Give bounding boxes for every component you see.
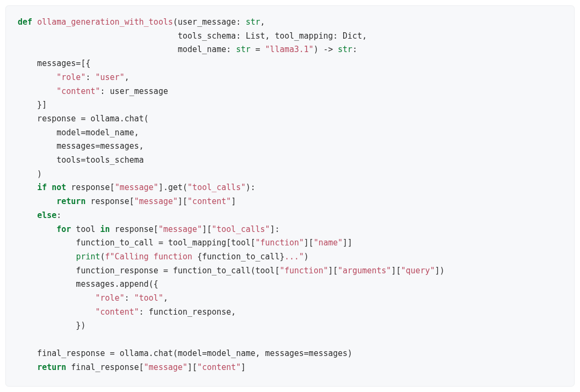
code-token: else	[37, 210, 56, 220]
code-token: ].get(	[158, 183, 187, 192]
code-token: print	[76, 252, 100, 262]
code-token: response[	[110, 224, 158, 234]
code-token: "role"	[96, 293, 125, 303]
code-token: ollama_generation_with_tools	[37, 17, 173, 27]
code-token: response = ollama.chat(	[18, 114, 149, 124]
code-token: "content"	[187, 197, 231, 206]
code-token: ]	[241, 362, 245, 372]
code-token: f"Calling function	[105, 252, 198, 262]
code-token: ,	[163, 293, 168, 303]
code-token: )	[18, 169, 42, 179]
code-content: def ollama_generation_with_tools(user_me…	[18, 17, 445, 372]
code-token	[18, 72, 56, 82]
code-token: ..."	[285, 252, 304, 262]
code-token: =	[250, 45, 265, 54]
code-token: ]	[231, 197, 236, 206]
code-token: {function_to_call}	[197, 252, 285, 262]
code-token: ]]	[343, 238, 352, 248]
code-token	[18, 307, 96, 317]
code-token: "function"	[280, 266, 328, 275]
code-token: tools_schema: List, tool_mapping: Dict,	[18, 31, 367, 41]
code-token: if not	[37, 183, 66, 192]
code-token: (user_message:	[173, 17, 245, 27]
code-token: return	[56, 197, 85, 206]
code-token: "message"	[158, 224, 202, 234]
code-token	[18, 252, 76, 262]
code-token: final_response = ollama.chat(model=model…	[18, 349, 352, 358]
code-token: : function_response,	[139, 307, 236, 317]
code-token: "message"	[144, 362, 187, 372]
code-token	[18, 183, 37, 192]
code-token: response[	[85, 197, 134, 206]
code-token: ,	[125, 72, 129, 82]
code-token: "name"	[314, 238, 343, 248]
code-token: return	[37, 362, 66, 372]
code-token: }]	[18, 100, 47, 110]
code-token: ])	[435, 266, 445, 275]
code-token: ][	[187, 362, 197, 372]
code-block: def ollama_generation_with_tools(user_me…	[5, 5, 575, 387]
code-token	[18, 197, 56, 206]
code-token: ][	[391, 266, 401, 275]
code-token: "llama3.1"	[265, 45, 314, 54]
code-token: function_response = function_to_call(too…	[18, 266, 280, 275]
code-token: response[	[66, 183, 114, 192]
code-token: "tool_calls"	[212, 224, 270, 234]
code-token: tool	[71, 224, 100, 234]
code-token: ][	[328, 266, 338, 275]
code-token: :	[56, 210, 61, 220]
code-token: ]:	[270, 224, 280, 234]
code-token: "message"	[115, 183, 158, 192]
code-token: : user_message	[100, 86, 168, 96]
code-token: "arguments"	[338, 266, 391, 275]
code-token	[18, 224, 56, 234]
code-token: function_to_call = tool_mapping[tool[	[18, 238, 256, 248]
code-token: "tool"	[134, 293, 163, 303]
code-token: def	[18, 17, 37, 27]
code-token	[18, 293, 96, 303]
code-token: tools=tools_schema	[18, 155, 144, 165]
code-token: messages.append({	[18, 279, 158, 289]
code-token: for	[56, 224, 71, 234]
code-token	[18, 210, 37, 220]
code-token: "user"	[96, 72, 125, 82]
code-token: )	[304, 252, 309, 262]
code-token: ,	[260, 17, 265, 27]
code-token: messages=[{	[18, 59, 90, 68]
code-token: model_name:	[18, 45, 236, 54]
code-token	[18, 362, 37, 372]
code-token: ):	[245, 183, 255, 192]
code-token: final_response[	[66, 362, 144, 372]
code-token: "query"	[401, 266, 434, 275]
code-token: str	[245, 17, 260, 27]
code-token: ][	[202, 224, 212, 234]
code-token: "tool_calls"	[187, 183, 245, 192]
code-token: ) ->	[314, 45, 338, 54]
code-token: str	[338, 45, 352, 54]
code-token: model=model_name,	[18, 128, 139, 137]
code-token: })	[18, 321, 85, 330]
code-token: ][	[178, 197, 187, 206]
code-token: "content"	[197, 362, 241, 372]
code-token: :	[85, 72, 95, 82]
code-token: :	[352, 45, 357, 54]
code-token: "function"	[256, 238, 304, 248]
code-token: (	[100, 252, 105, 262]
code-token	[18, 86, 56, 96]
code-token: "message"	[134, 197, 178, 206]
code-token: "role"	[56, 72, 85, 82]
code-token: in	[100, 224, 110, 234]
code-token: ][	[304, 238, 314, 248]
code-token: :	[125, 293, 134, 303]
code-token: str	[236, 45, 250, 54]
code-token: messages=messages,	[18, 141, 144, 151]
code-token: "content"	[96, 307, 139, 317]
code-token: "content"	[56, 86, 100, 96]
